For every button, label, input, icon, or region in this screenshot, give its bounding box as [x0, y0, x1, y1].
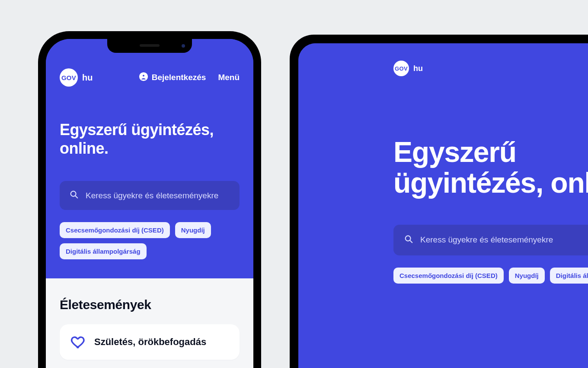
tablet-hero: GOV hu Egyszerű ügyintézés, online. Csec…	[298, 43, 588, 310]
life-events-heading: Életesemények	[60, 297, 240, 312]
phone-hero: GOV hu Bejelentkez	[46, 39, 253, 278]
svg-point-4	[406, 236, 411, 241]
svg-line-3	[76, 196, 78, 198]
hero-title: Egyszerű ügyintézés, online.	[60, 120, 240, 158]
search-box[interactable]	[60, 181, 240, 210]
phone-topbar: GOV hu Bejelentkez	[60, 68, 240, 87]
search-icon	[404, 234, 413, 246]
tablet-device-frame: GOV hu Egyszerű ügyintézés, online. Csec…	[290, 35, 588, 368]
phone-device-frame: GOV hu Bejelentkez	[38, 31, 261, 368]
login-label: Bejelentkezés	[152, 73, 206, 82]
quick-chips: Csecsemőgondozási díj (CSED) Nyugdíj Dig…	[393, 268, 588, 284]
menu-label: Menü	[218, 73, 240, 82]
phone-lower-section: Életesemények Születés, örökbefogadás	[46, 278, 253, 368]
hero-title-line2: online.	[60, 139, 109, 157]
search-input[interactable]	[420, 235, 588, 245]
user-icon	[139, 72, 148, 84]
search-icon	[69, 190, 79, 201]
quick-chips: Csecsemőgondozási díj (CSED) Nyugdíj Dig…	[60, 222, 240, 259]
svg-point-2	[71, 191, 76, 197]
phone-notch	[107, 39, 192, 53]
tablet-screen: GOV hu Egyszerű ügyintézés, online. Csec…	[298, 43, 588, 368]
site-logo[interactable]: GOV hu	[393, 61, 588, 76]
chip-csed[interactable]: Csecsemőgondozási díj (CSED)	[393, 268, 504, 284]
hero-title-line1: Egyszerű	[393, 136, 516, 168]
menu-link[interactable]: Menü	[218, 73, 240, 82]
chip-csed[interactable]: Csecsemőgondozási díj (CSED)	[60, 222, 170, 238]
chip-nyugdij[interactable]: Nyugdíj	[509, 268, 545, 284]
logo-suffix: hu	[82, 73, 93, 83]
hero-title-line1: Egyszerű ügyintézés,	[60, 121, 214, 139]
life-event-card-title: Születés, örökbefogadás	[94, 336, 206, 348]
svg-line-5	[410, 240, 412, 242]
search-input[interactable]	[86, 191, 230, 200]
svg-point-1	[142, 74, 145, 77]
notch-speaker	[140, 44, 160, 47]
heart-hands-icon	[70, 334, 86, 350]
search-box[interactable]	[393, 225, 588, 255]
phone-screen: GOV hu Bejelentkez	[46, 39, 253, 368]
chip-digitalis[interactable]: Digitális állam	[550, 268, 588, 284]
chip-digitalis[interactable]: Digitális állampolgárság	[60, 243, 147, 259]
logo-badge: GOV	[60, 68, 78, 87]
logo-badge: GOV	[393, 61, 409, 76]
login-link[interactable]: Bejelentkezés	[139, 72, 206, 84]
life-event-card[interactable]: Születés, örökbefogadás	[60, 324, 240, 360]
hero-title: Egyszerű ügyintézés, online.	[393, 137, 588, 199]
notch-camera-dot	[182, 44, 185, 48]
chip-nyugdij[interactable]: Nyugdíj	[175, 222, 211, 238]
site-logo[interactable]: GOV hu	[60, 68, 93, 87]
logo-suffix: hu	[413, 64, 423, 73]
hero-title-line2: ügyintézés, online.	[393, 167, 588, 199]
